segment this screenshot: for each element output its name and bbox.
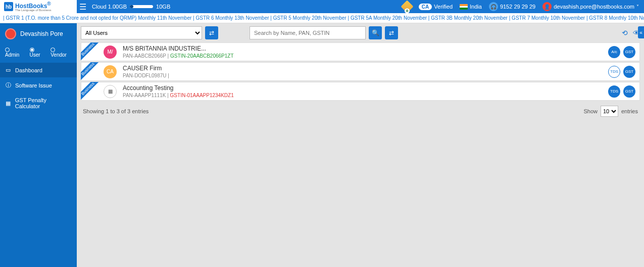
sidebar-item-icon: ⓘ [5, 81, 11, 89]
search-input[interactable] [250, 26, 366, 39]
role-option-admin[interactable]: Admin [5, 47, 25, 58]
sync-button[interactable]: ⇄ [385, 26, 398, 39]
verified-indicator[interactable]: CA Verified [419, 4, 453, 10]
role-option-user[interactable]: User [30, 47, 46, 58]
user-avatar-icon: 👤 [542, 2, 552, 11]
sidebar-username: Devashish Pore [20, 30, 63, 37]
action-tds[interactable]: TDS [608, 66, 620, 78]
sidebar-item-gst-penalty-calculator[interactable]: ▦GST Penalty Calculator [0, 93, 77, 113]
business-title: M/S BRITANNIA INDUSTRIE... [123, 45, 608, 52]
business-title: CAUSER Firm [123, 65, 608, 72]
business-list: BusinessM/M/S BRITANNIA INDUSTRIE...PAN-… [77, 42, 644, 101]
business-avatar-icon: M/ [104, 46, 117, 59]
premium-badge-icon[interactable] [401, 0, 413, 13]
business-ribbon: Business [81, 42, 101, 63]
business-card[interactable]: BusinessM/M/S BRITANNIA INDUSTRIE...PAN-… [81, 42, 640, 61]
chevron-down-icon: ˅ [636, 4, 639, 10]
search-icon: 🔍 [372, 29, 379, 36]
cloud-total-label: 10GB [156, 4, 170, 10]
announcement-ticker: | GSTR 1 (T.O. more than 5 Crore and not… [0, 13, 644, 23]
country-label: India [470, 4, 482, 10]
ca-badge-icon: CA [419, 4, 432, 10]
business-subline: PAN-AAAPP1111K | GSTIN-01AAAPP1234KDZ1 [123, 93, 608, 98]
brand-logo[interactable]: hb HostBooks® The Language of Business [0, 0, 77, 13]
search-button[interactable]: 🔍 [369, 26, 382, 39]
cloud-used-label: Cloud 1.00GB [92, 4, 127, 10]
sidebar-item-label: Dashboard [15, 67, 42, 73]
business-actions: TDSGST [608, 66, 635, 78]
sidebar-item-icon: ▦ [5, 100, 11, 107]
action-gst[interactable]: GST [623, 85, 635, 98]
role-option-vendor[interactable]: Vendor [51, 47, 72, 58]
hamburger-icon[interactable]: ☰ [77, 2, 89, 12]
user-menu[interactable]: 👤 devashish.pore@hostbooks.com ˅ [542, 2, 639, 11]
user-email: devashish.pore@hostbooks.com [554, 4, 634, 10]
toolbar: All Users ⇄ 🔍 ⇄ ⟲ 👁 [77, 23, 644, 42]
business-ribbon: Business [81, 82, 101, 102]
sync-icon: ⇄ [389, 29, 394, 36]
business-ribbon: Business [81, 62, 101, 82]
entries-label: entries [621, 108, 638, 114]
phone-number: 9152 29 29 29 [500, 4, 535, 10]
india-flag-icon [460, 4, 468, 10]
business-title: Accounting Testing [123, 84, 608, 92]
cloud-progress-bar [130, 5, 153, 8]
brand-name: HostBooks® [15, 2, 51, 9]
action-gst[interactable]: GST [623, 66, 635, 78]
sidebar-user[interactable]: Devashish Pore [0, 23, 77, 45]
sidebar: Devashish Pore AdminUserVendor ▭Dashboar… [0, 23, 77, 267]
brand-tagline: The Language of Business [15, 9, 51, 12]
business-actions: TDSGST [608, 85, 635, 98]
show-label: Show [583, 108, 598, 114]
radio-icon [51, 48, 55, 52]
topbar-right: CA Verified India 🎧 9152 29 29 29 👤 deva… [403, 2, 644, 11]
sidebar-item-dashboard[interactable]: ▭Dashboard [0, 63, 77, 77]
cloud-storage[interactable]: Cloud 1.00GB 10GB [92, 4, 170, 10]
cloud-refresh-icon[interactable]: ⟲ [622, 29, 628, 37]
refresh-icon: ⇄ [209, 29, 214, 36]
page-size-select[interactable]: 10 [601, 106, 618, 117]
filter-refresh-button[interactable]: ⇄ [205, 26, 218, 39]
business-subline: PAN-AABCB2066P | GSTIN-20AABCB2066P1ZT [123, 53, 608, 59]
user-filter-select[interactable]: All Users [81, 26, 202, 39]
radio-icon [5, 48, 10, 52]
showing-text: Showing 1 to 3 of 3 entries [83, 108, 148, 114]
topbar: hb HostBooks® The Language of Business ☰… [0, 0, 644, 13]
business-avatar-icon: ▦ [104, 85, 117, 98]
action-ac[interactable]: A/c [608, 46, 620, 58]
business-subline: PAN-DODFL0987U | [123, 73, 608, 78]
headset-icon: 🎧 [489, 2, 498, 11]
sidebar-item-label: Software Issue [15, 82, 52, 88]
brand-logo-badge: hb [4, 2, 13, 11]
business-avatar-icon: CA [104, 65, 117, 78]
business-card[interactable]: BusinessCACAUSER FirmPAN-DODFL0987U | TD… [81, 62, 640, 81]
sidebar-item-label: GST Penalty Calculator [15, 97, 72, 109]
radio-icon [30, 48, 34, 52]
action-gst[interactable]: GST [623, 46, 635, 58]
sidebar-item-software-issue[interactable]: ⓘSoftware Issue [0, 77, 77, 93]
action-tds[interactable]: TDS [608, 85, 620, 98]
verified-text: Verified [434, 4, 453, 10]
support-phone[interactable]: 🎧 9152 29 29 29 [489, 2, 535, 11]
sidebar-avatar-icon [5, 28, 16, 39]
list-footer: Showing 1 to 3 of 3 entries Show 10 entr… [77, 102, 644, 121]
sidebar-item-icon: ▭ [5, 67, 11, 73]
business-card[interactable]: Business▦Accounting TestingPAN-AAAPP1111… [81, 82, 640, 101]
collapse-panel-tab[interactable]: « [638, 26, 644, 38]
role-selector: AdminUserVendor [0, 45, 77, 63]
business-actions: A/cGST [608, 46, 635, 58]
country-selector[interactable]: India [460, 4, 482, 10]
main-content: « All Users ⇄ 🔍 ⇄ ⟲ 👁 BusinessM/M/S BRIT… [77, 23, 644, 267]
